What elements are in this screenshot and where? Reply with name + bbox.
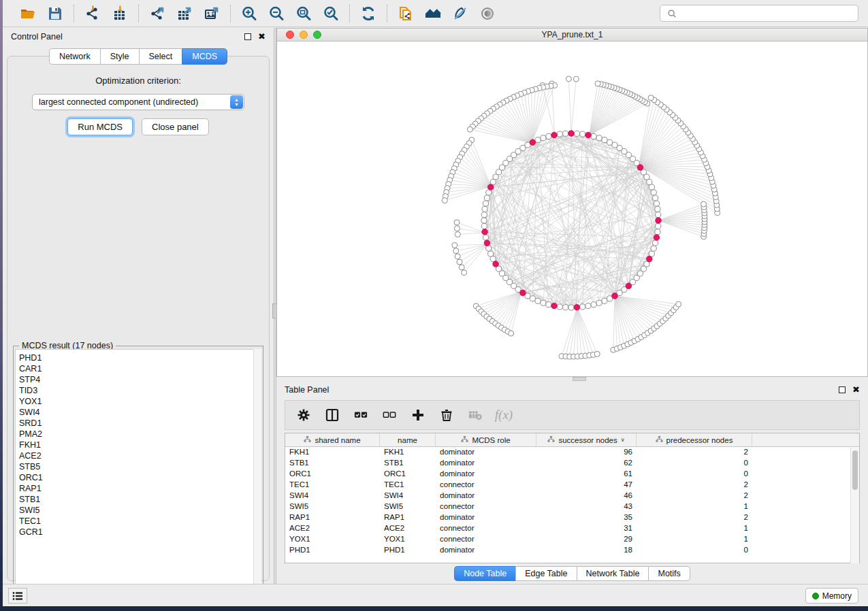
zoom-fit-icon[interactable] xyxy=(295,5,312,22)
cell-mcds_role: dominator xyxy=(436,545,536,556)
table-row[interactable]: FKH1FKH1dominator962 xyxy=(285,447,859,458)
node-table-scroll-thumb[interactable] xyxy=(852,450,858,490)
close-panel-button[interactable]: Close panel xyxy=(142,118,209,135)
column-header-predecessor-nodes[interactable]: predecessor nodes xyxy=(637,433,752,446)
run-mcds-button[interactable]: Run MCDS xyxy=(67,118,133,135)
zoom-out-icon[interactable] xyxy=(268,5,285,22)
control-panel-tab-mcds[interactable]: MCDS xyxy=(182,48,227,65)
import-table-icon[interactable] xyxy=(111,5,129,22)
cell-predecessor_nodes: 2 xyxy=(637,491,752,501)
table-row[interactable]: RAP1RAP1dominator352 xyxy=(285,512,859,523)
deselect-all-icon[interactable] xyxy=(382,408,397,423)
network-window-titlebar[interactable]: YPA_prune.txt_1 xyxy=(277,29,867,42)
mcds-result-item[interactable]: TEC1 xyxy=(19,516,254,527)
cell-shared_name: SWI4 xyxy=(285,491,380,501)
mcds-result-item[interactable]: PHD1 xyxy=(19,352,254,363)
save-session-icon[interactable] xyxy=(46,5,64,22)
node-table-body: FKH1FKH1dominator962STB1STB1dominator620… xyxy=(285,447,859,556)
mcds-result-item[interactable]: STP4 xyxy=(19,374,254,385)
zoom-in-icon[interactable] xyxy=(240,5,258,22)
column-header-shared-name[interactable]: shared name xyxy=(285,433,380,446)
criterion-dropdown[interactable]: largest connected component (undirected)… xyxy=(32,94,244,110)
cell-predecessor_nodes: 1 xyxy=(637,534,752,545)
mcds-result-item[interactable]: RAP1 xyxy=(19,483,254,494)
mcds-result-item[interactable]: STB1 xyxy=(19,494,254,505)
mcds-result-item[interactable]: CAR1 xyxy=(19,363,254,374)
column-type-icon xyxy=(547,435,555,444)
table-tab-network-table[interactable]: Network Table xyxy=(577,566,649,581)
control-panel-close-button[interactable]: ✖ xyxy=(258,33,266,40)
cell-mcds_role: connector xyxy=(436,534,536,545)
table-tab-node-table[interactable]: Node Table xyxy=(454,566,515,581)
cell-predecessor_nodes: 0 xyxy=(637,469,752,480)
table-row[interactable]: ORC1ORC1dominator610 xyxy=(285,469,859,480)
table-row[interactable]: SWI4SWI4dominator462 xyxy=(285,491,859,501)
table-row[interactable]: TEC1TEC1connector472 xyxy=(285,480,859,491)
cell-name: STB1 xyxy=(380,458,436,469)
column-label: MCDS role xyxy=(472,436,510,444)
mcds-result-item[interactable]: PMA2 xyxy=(19,429,254,440)
clone-network-icon[interactable] xyxy=(397,5,415,22)
table-row[interactable]: SWI5SWI5connector431 xyxy=(285,501,859,512)
mcds-result-item[interactable]: ORC1 xyxy=(19,472,254,483)
column-label: name xyxy=(398,436,417,444)
node-table: shared namenameMCDS rolesuccessor nodes∨… xyxy=(285,433,860,563)
delete-row-icon[interactable] xyxy=(439,408,454,423)
hide-style-icon[interactable] xyxy=(451,5,469,22)
table-row[interactable]: YOX1YOX1connector291 xyxy=(285,534,859,545)
control-panel-tab-style[interactable]: Style xyxy=(100,48,139,65)
function-builder-icon: f(x) xyxy=(496,408,511,423)
cell-name: TEC1 xyxy=(380,480,436,491)
select-all-icon[interactable] xyxy=(353,408,368,423)
column-header-name[interactable]: name xyxy=(380,433,436,446)
mcds-result-item[interactable]: FKH1 xyxy=(19,440,254,450)
mcds-result-item[interactable]: YOX1 xyxy=(19,396,254,407)
node-table-scrollbar[interactable] xyxy=(850,448,859,563)
cell-name: SWI5 xyxy=(380,501,436,512)
mcds-result-scrollbar[interactable] xyxy=(253,349,261,597)
toolbar-group xyxy=(387,5,506,22)
show-graphics-icon[interactable] xyxy=(479,5,496,22)
toolbar-group xyxy=(139,5,230,22)
column-label: predecessor nodes xyxy=(666,436,733,444)
mcds-panel: Optimization criterion: largest connecte… xyxy=(7,56,270,581)
table-tab-motifs[interactable]: Motifs xyxy=(648,566,690,581)
cell-name: SWI4 xyxy=(380,491,436,501)
control-panel-tab-select[interactable]: Select xyxy=(139,48,182,65)
columns-icon[interactable] xyxy=(325,408,340,423)
zoom-selected-icon[interactable] xyxy=(322,5,340,22)
open-file-icon[interactable] xyxy=(19,5,37,22)
task-history-button[interactable] xyxy=(8,588,27,604)
refresh-icon[interactable] xyxy=(359,5,377,22)
table-panel-close-button[interactable]: ✖ xyxy=(852,386,860,393)
control-panel-tab-network[interactable]: Network xyxy=(49,48,100,65)
mcds-result-item[interactable]: SWI4 xyxy=(19,407,254,418)
mcds-result-item[interactable]: TID3 xyxy=(19,385,254,396)
control-panel-float-button[interactable] xyxy=(244,33,251,40)
table-tab-edge-table[interactable]: Edge Table xyxy=(515,566,576,581)
table-row[interactable]: ACE2ACE2connector311 xyxy=(285,523,859,534)
mcds-result-item[interactable]: GCR1 xyxy=(19,527,254,538)
export-image-icon[interactable] xyxy=(203,5,221,22)
import-network-icon[interactable] xyxy=(84,5,101,22)
network-canvas[interactable] xyxy=(277,42,867,376)
mcds-result-list[interactable]: PHD1CAR1STP4TID3YOX1SWI4SRD1PMA2FKH1ACE2… xyxy=(15,349,255,597)
mcds-result-item[interactable]: SRD1 xyxy=(19,418,254,429)
mcds-result-item[interactable]: ACE2 xyxy=(19,450,254,461)
search-input[interactable] xyxy=(682,9,854,18)
table-row[interactable]: STB1STB1dominator620 xyxy=(285,458,859,469)
control-panel-title: Control Panel xyxy=(11,32,63,42)
mcds-result-item[interactable]: SWI5 xyxy=(19,505,254,516)
add-row-icon[interactable] xyxy=(411,408,425,423)
mcds-result-item[interactable]: STB5 xyxy=(19,461,254,472)
table-row[interactable]: PHD1PHD1dominator180 xyxy=(285,545,859,556)
memory-button[interactable]: Memory xyxy=(805,588,858,604)
cell-mcds_role: connector xyxy=(436,501,536,512)
table-panel-float-button[interactable] xyxy=(839,386,846,393)
homes-icon[interactable] xyxy=(424,5,442,22)
export-table-icon[interactable] xyxy=(176,5,193,22)
settings-gear-icon[interactable] xyxy=(296,408,311,423)
column-header-MCDS-role[interactable]: MCDS role xyxy=(436,433,536,446)
export-network-icon[interactable] xyxy=(148,5,166,22)
column-header-successor-nodes[interactable]: successor nodes∨ xyxy=(536,433,637,446)
